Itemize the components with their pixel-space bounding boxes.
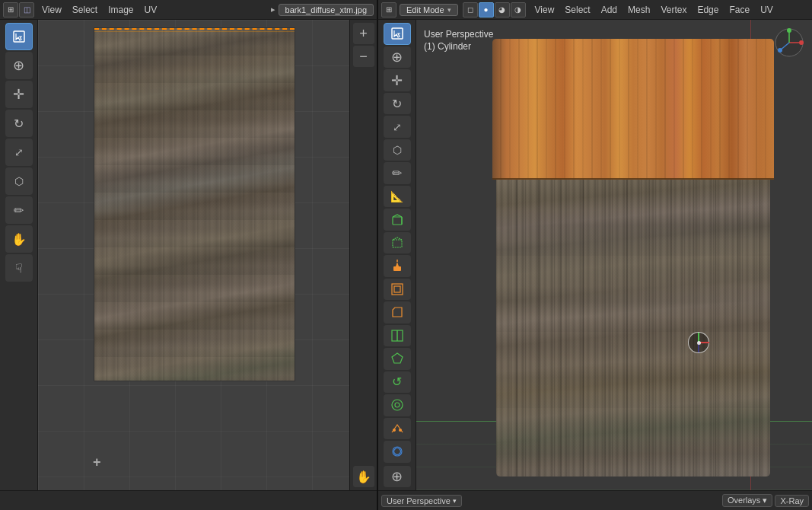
- viewport-perspective-btn[interactable]: User Perspective ▾: [381, 495, 462, 507]
- vp-rotate-tool[interactable]: ↻: [384, 93, 411, 114]
- right-menu-uv[interactable]: UV: [756, 3, 778, 17]
- viewport-perspective-label: User Perspective: [424, 27, 493, 41]
- right-menu-select[interactable]: Select: [560, 3, 594, 17]
- uv-hand-tool[interactable]: ☟: [5, 254, 33, 282]
- svg-rect-0: [14, 31, 24, 42]
- left-header-icons: ⊞ ◫: [3, 2, 34, 18]
- right-menu-face[interactable]: Face: [724, 3, 754, 17]
- vp-bevel-tool[interactable]: [384, 301, 411, 323]
- vp-inset-tool[interactable]: [384, 279, 411, 300]
- nav-gizmo-corner: [772, 26, 806, 59]
- vp-transform-tool[interactable]: ⬡: [384, 139, 411, 161]
- svg-point-12: [392, 400, 403, 410]
- uv-transform-tool[interactable]: ⬡: [5, 167, 33, 195]
- left-menu-select[interactable]: Select: [68, 3, 102, 17]
- solid-shade-btn[interactable]: ●: [479, 2, 494, 18]
- hand-nav-btn[interactable]: ✋: [353, 466, 374, 487]
- uv-cursor-tool[interactable]: ⊕: [5, 52, 33, 79]
- viewport-info-overlay: User Perspective (1) Cylinder: [424, 27, 493, 52]
- viewport-tool-sidebar: ⊕ ✛ ↻ ⤢ ⬡ ✏ 📐: [378, 20, 416, 490]
- cylinder-wood-top: [492, 39, 774, 180]
- right-menu-vertex[interactable]: Vertex: [656, 3, 691, 17]
- svg-point-21: [787, 28, 791, 33]
- xray-btn[interactable]: X-Ray: [775, 495, 809, 507]
- uv-bottom-bar: [0, 490, 377, 510]
- svg-point-23: [778, 48, 782, 53]
- filename-badge[interactable]: ▸ bark1_diffuse_xtm.jpg: [271, 4, 374, 16]
- uv-rotate-tool[interactable]: ↻: [5, 110, 33, 137]
- vp-ruler-tool[interactable]: 📐: [384, 186, 411, 207]
- right-workspace-icon[interactable]: ⊞: [381, 2, 396, 18]
- uv-annotate-tool[interactable]: ✏: [5, 196, 33, 224]
- viewport-object-label: (1) Cylinder: [424, 41, 493, 52]
- left-menu-view[interactable]: View: [37, 3, 66, 17]
- vp-cursor-tool[interactable]: ⊕: [384, 46, 411, 68]
- svg-marker-11: [392, 353, 403, 363]
- mode-label: Edit Mode: [406, 5, 444, 14]
- dropdown-icon: ▾: [453, 497, 457, 505]
- left-menu-image[interactable]: Image: [103, 3, 138, 17]
- right-menu-view[interactable]: View: [530, 3, 559, 17]
- uv-right-tools: + − ✋: [349, 20, 377, 490]
- shading-mode-group: ◻ ● ◕ ◑: [463, 2, 526, 18]
- wireframe-shade-btn[interactable]: ◻: [463, 2, 478, 18]
- svg-point-15: [399, 429, 402, 432]
- left-panel-header: ⊞ ◫ View Select Image UV ▸ bark1_diffuse…: [0, 0, 378, 20]
- vp-poly-build-tool[interactable]: [384, 348, 411, 369]
- svg-rect-5: [393, 266, 401, 271]
- uv-tool-sidebar: ⊕ ✛ ↻ ⤢ ⬡ ✏ ✋ ☟: [0, 20, 38, 490]
- material-shade-btn[interactable]: ◕: [495, 2, 510, 18]
- vp-edge-slide-tool[interactable]: [384, 418, 411, 439]
- dropdown-arrow-icon: ▾: [447, 6, 451, 14]
- vp-smooth-tool[interactable]: [384, 394, 411, 416]
- uv-canvas: +: [38, 20, 349, 490]
- perspective-label: User Perspective: [387, 496, 451, 505]
- vp-annotate-tool[interactable]: ✏: [384, 162, 411, 183]
- vp-extrude-tool[interactable]: [384, 255, 411, 276]
- right-menu-mesh[interactable]: Mesh: [623, 3, 654, 17]
- vp-spin-tool[interactable]: ↺: [384, 371, 411, 393]
- right-mode-dropdown[interactable]: Edit Mode ▾: [400, 4, 458, 16]
- uv-scale-tool[interactable]: ⤢: [5, 139, 33, 166]
- right-menu-edge[interactable]: Edge: [693, 3, 723, 17]
- cylinder-bark-bottom: [496, 180, 770, 477]
- viewport-bottom-bar: User Perspective ▾ Overlays ▾ X-Ray: [378, 490, 812, 510]
- uv-move-tool[interactable]: ✛: [5, 81, 33, 108]
- svg-rect-1: [392, 28, 403, 39]
- vp-cube-outline-tool[interactable]: [384, 232, 411, 253]
- uv-editor-panel: ⊕ ✛ ↻ ⤢ ⬡ ✏ ✋ ☟: [0, 20, 378, 510]
- overlay-btn[interactable]: Overlays ▾: [722, 494, 772, 507]
- right-menu-add[interactable]: Add: [597, 3, 622, 17]
- right-panel-header: ⊞ Edit Mode ▾ ◻ ● ◕ ◑ View Select Add Me…: [378, 0, 812, 20]
- vp-shrink-tool[interactable]: [384, 441, 411, 462]
- left-menu-uv[interactable]: UV: [140, 3, 162, 17]
- move-cursor: +: [93, 454, 101, 470]
- render-shade-btn[interactable]: ◑: [511, 2, 526, 18]
- vp-move-tool[interactable]: ✛: [384, 69, 411, 91]
- cylinder-object: [485, 39, 782, 477]
- uv-select-tool[interactable]: [5, 23, 33, 50]
- vp-loop-cut-tool[interactable]: [384, 325, 411, 346]
- svg-point-14: [393, 429, 396, 432]
- vp-select-tool[interactable]: [384, 23, 411, 45]
- right-header-icons: ⊞: [381, 2, 396, 18]
- uv-grab-tool[interactable]: ✋: [5, 225, 33, 253]
- vp-nav-gizmo[interactable]: ⊕: [384, 466, 411, 487]
- workspace-icon[interactable]: ⊞: [3, 2, 18, 18]
- svg-point-13: [395, 403, 400, 407]
- zoom-out-btn[interactable]: −: [353, 46, 374, 67]
- svg-rect-8: [394, 286, 400, 292]
- viewport-3d-panel: ⊕ ✛ ↻ ⤢ ⬡ ✏ 📐: [378, 20, 812, 510]
- uv-selection-line: [94, 28, 295, 31]
- viewport-canvas: User Perspective (1) Cylinder: [416, 20, 812, 490]
- svg-rect-4: [393, 240, 402, 247]
- bark-texture-image: [94, 27, 295, 381]
- vp-cube-add-tool[interactable]: [384, 209, 411, 230]
- editor-type-icon[interactable]: ◫: [19, 2, 34, 18]
- svg-rect-2: [393, 217, 402, 225]
- svg-point-19: [799, 40, 804, 45]
- zoom-in-btn[interactable]: +: [353, 23, 374, 44]
- transform-gizmo: [688, 332, 709, 353]
- filename-label: bark1_diffuse_xtm.jpg: [279, 4, 374, 16]
- vp-scale-tool[interactable]: ⤢: [384, 116, 411, 137]
